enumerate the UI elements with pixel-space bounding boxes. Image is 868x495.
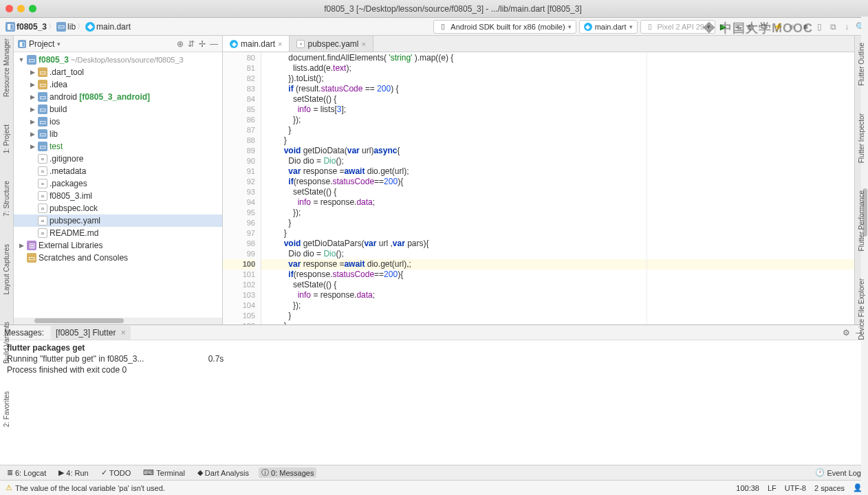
code-line[interactable]: setState(() { (261, 280, 854, 290)
tree-node-lib[interactable]: ▶▭lib (14, 128, 222, 140)
attach-icon[interactable]: ⎆ (787, 22, 796, 32)
encoding[interactable]: UTF-8 (785, 484, 806, 492)
chevron-right-icon[interactable]: ▶ (29, 106, 36, 113)
run-config-selector[interactable]: ◆ main.dart ▾ (579, 20, 638, 34)
device-selector[interactable]: ▯ Android SDK built for x86 (mobile) ▾ (433, 20, 576, 34)
tree-node-f0805-3-iml[interactable]: ▫f0805_3.iml (14, 190, 222, 202)
bottom-tab-0-messages[interactable]: ⓘ0: Messages (259, 468, 316, 478)
tree-node-f0805-3[interactable]: ▼▭f0805_3 ~/Desktop/lesson/source/f0805_… (14, 54, 222, 66)
tool-tab-2-favorites[interactable]: 2: Favorites (3, 391, 10, 427)
code-area[interactable]: 8081828384858687888990919293949596979899… (223, 52, 854, 324)
code-line[interactable]: } (261, 135, 854, 146)
tree-node-scratches-and-consoles[interactable]: ▭Scratches and Consoles (14, 252, 222, 264)
editor-tab-main-dart[interactable]: ◆main.dart× (223, 36, 290, 52)
code-line[interactable]: void getDioData(var url)async{ (261, 146, 854, 156)
code-line[interactable]: } (261, 125, 854, 135)
code-line[interactable]: setState(() { (261, 187, 854, 197)
chevron-right-icon[interactable]: ▶ (29, 94, 36, 100)
tool-tab-layout-captures[interactable]: Layout Captures (3, 244, 10, 294)
code-line[interactable]: info = lists[3]; (261, 104, 854, 115)
editor-tab-pubspec-yaml[interactable]: ▫pubspec.yaml× (290, 36, 373, 52)
vertical-scrollbar[interactable] (861, 16, 868, 495)
gear-icon[interactable]: ⚙ (843, 328, 850, 338)
tool-tab-build-variants[interactable]: Build Variants (3, 322, 10, 364)
horizontal-scrollbar[interactable] (14, 318, 222, 324)
indent-setting[interactable]: 2 spaces (814, 484, 845, 492)
tool-tab-1-project[interactable]: 1: Project (3, 124, 10, 153)
hide-icon[interactable]: — (210, 39, 218, 49)
code-line[interactable]: } (261, 218, 854, 228)
code-line[interactable]: } (261, 321, 854, 324)
close-icon[interactable]: × (362, 40, 366, 48)
line-separator[interactable]: LF (768, 484, 777, 492)
code-line[interactable]: if (result.statusCode == 200) { (261, 84, 854, 94)
tool-tab-flutter-performance[interactable]: Flutter Performance (858, 190, 865, 251)
tree-node-test[interactable]: ▶▭test (14, 140, 222, 153)
event-log-button[interactable]: 🕑Event Log (812, 468, 864, 477)
collapse-icon[interactable]: ⇵ (188, 39, 195, 49)
tool-tab-flutter-outline[interactable]: Flutter Outline (858, 43, 865, 86)
debug-icon[interactable]: ⌁ (732, 22, 741, 32)
tree-node-build[interactable]: ▶▭build (14, 103, 222, 116)
tree-node-readme-md[interactable]: ▫README.md (14, 227, 222, 239)
minimize-icon[interactable] (17, 5, 25, 12)
project-tree[interactable]: ▼▭f0805_3 ~/Desktop/lesson/source/f0805_… (14, 52, 222, 318)
tree-node--idea[interactable]: ▶▭.idea (14, 78, 222, 91)
chevron-down-icon[interactable]: ▾ (57, 41, 61, 47)
project-panel-header[interactable]: ◧ Project ▾ ⊕ ⇵ ✢ — (14, 36, 222, 52)
chevron-right-icon[interactable]: ▶ (29, 118, 36, 125)
messages-tab[interactable]: [f0805_3] Flutter × (51, 326, 131, 340)
bottom-tab-terminal[interactable]: ⌨Terminal (140, 468, 188, 477)
code-line[interactable]: }); (261, 115, 854, 125)
code-line[interactable]: setState(() { (261, 94, 854, 104)
tool-tab-flutter-inspector[interactable]: Flutter Inspector (858, 113, 865, 163)
chevron-down-icon[interactable]: ▼ (18, 56, 25, 63)
profile-icon[interactable]: ⟳ (759, 22, 769, 32)
close-icon[interactable]: × (121, 328, 126, 338)
tree-node-pubspec-lock[interactable]: ▫pubspec.lock (14, 202, 222, 214)
code-line[interactable]: if(response.statusCode==200){ (261, 270, 854, 280)
code-line[interactable]: var response =await dio.get(url); (261, 166, 854, 177)
tree-node--gitignore[interactable]: ▫.gitignore (14, 153, 222, 165)
tree-node-external-libraries[interactable]: ▶⊞External Libraries (14, 239, 222, 252)
bottom-tab-4-run[interactable]: ▶4: Run (56, 468, 91, 477)
code-line[interactable]: info = response.data; (261, 197, 854, 208)
emulator-selector[interactable]: ▯ Pixel 2 API 29 ▾ (640, 20, 716, 34)
tool-tab-resource-manager[interactable]: Resource Manager (3, 38, 10, 97)
tree-node--packages[interactable]: ▫.packages (14, 177, 222, 190)
tree-node-ios[interactable]: ▶▭ios (14, 116, 222, 128)
code-line[interactable]: document.findAllElements( 'string' ).map… (261, 53, 854, 63)
sdk-icon[interactable]: ⧉ (828, 22, 838, 32)
bottom-tab-6-logcat[interactable]: ≣6: Logcat (4, 468, 49, 477)
tool-tab-device-file-explorer[interactable]: Device File Explorer (858, 278, 865, 340)
code-line[interactable]: lists.add(e.text); (261, 63, 854, 74)
code-line[interactable]: void getDioDataPars(var url ,var pars){ (261, 239, 854, 249)
tool-tab-7-structure[interactable]: 7: Structure (3, 181, 10, 217)
tree-node--dart-tool[interactable]: ▶▭.dart_tool (14, 66, 222, 78)
code-line[interactable]: }); (261, 208, 854, 218)
close-icon[interactable]: × (278, 40, 282, 48)
status-message[interactable]: The value of the local variable 'pa' isn… (6, 483, 165, 492)
stop-icon[interactable]: ■ (801, 22, 810, 32)
code-line[interactable]: }).toList(); (261, 74, 854, 84)
tree-node-android[interactable]: ▶▭android [f0805_3_android] (14, 91, 222, 103)
chevron-right-icon[interactable]: ▶ (29, 69, 36, 76)
coverage-icon[interactable]: ◐ (746, 22, 755, 32)
code-content[interactable]: document.findAllElements( 'string' ).map… (261, 52, 854, 324)
chevron-right-icon[interactable]: ▶ (29, 81, 36, 88)
breadcrumb[interactable]: ◧ f0805_3 〉 ▭ lib 〉 ◆ main.dart (3, 21, 133, 33)
code-line[interactable]: var response =await dio.get(url),; (261, 259, 854, 270)
chevron-right-icon[interactable]: ▶ (18, 242, 25, 249)
code-line[interactable]: }); (261, 300, 854, 311)
run-icon[interactable]: ▶ (718, 22, 728, 32)
close-icon[interactable] (6, 5, 13, 12)
sync-icon[interactable]: ↓ (842, 22, 851, 32)
maximize-icon[interactable] (29, 5, 36, 12)
chevron-right-icon[interactable]: ▶ (29, 143, 36, 150)
messages-body[interactable]: flutter packages getRunning "flutter pub… (0, 340, 868, 465)
code-line[interactable]: info = response.data; (261, 290, 854, 300)
target-icon[interactable]: ⊕ (177, 39, 184, 49)
code-line[interactable]: Dio dio = Dio(); (261, 249, 854, 259)
code-line[interactable]: } (261, 311, 854, 321)
gear-icon[interactable]: ✢ (199, 39, 206, 49)
